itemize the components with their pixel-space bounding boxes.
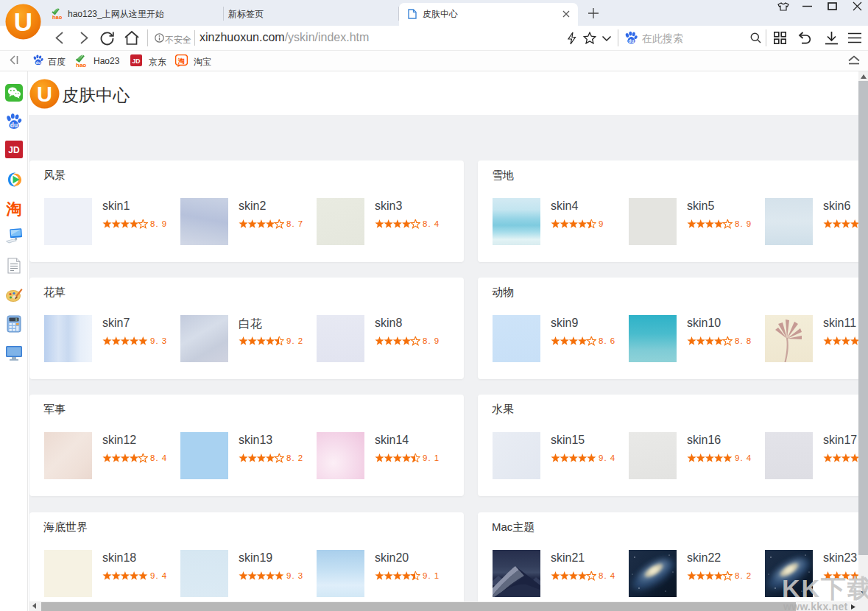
svg-text:du: du (629, 38, 635, 43)
svg-text:U: U (14, 7, 32, 36)
svg-text:JD: JD (8, 145, 20, 155)
svg-text:hao: hao (76, 62, 86, 68)
svg-text:U: U (37, 82, 52, 106)
svg-text:淘: 淘 (177, 57, 185, 65)
svg-text:淘: 淘 (6, 200, 22, 217)
svg-text:8: 8 (15, 318, 18, 322)
svg-text:du: du (10, 121, 18, 129)
svg-text:hao: hao (52, 14, 63, 20)
svg-text:du: du (36, 60, 41, 65)
svg-text:JD: JD (133, 57, 141, 65)
